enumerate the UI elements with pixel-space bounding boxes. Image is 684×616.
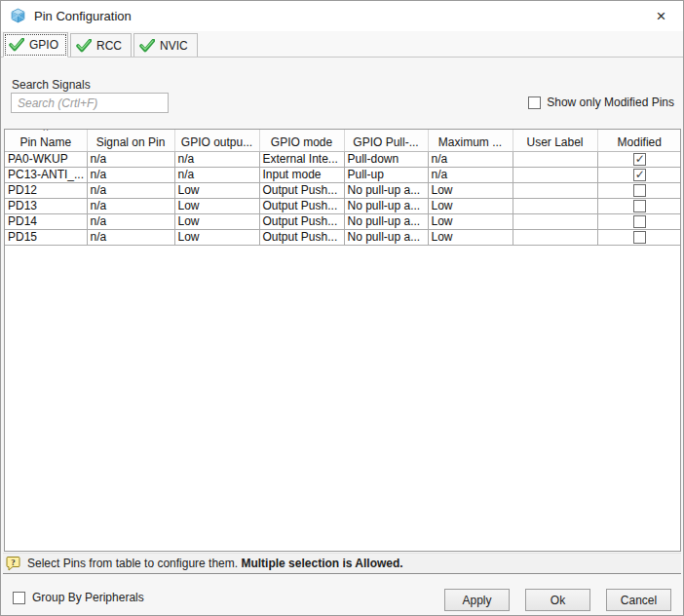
cell[interactable]: Low bbox=[428, 229, 513, 245]
cell[interactable]: No pull-up a... bbox=[344, 182, 428, 198]
cell[interactable]: PD15 bbox=[5, 229, 87, 245]
cell[interactable]: PA0-WKUP bbox=[5, 151, 87, 167]
column-header-user-label[interactable]: User Label bbox=[513, 130, 597, 151]
cell[interactable]: n/a bbox=[87, 213, 174, 229]
cell[interactable]: No pull-up a... bbox=[344, 213, 428, 229]
cell[interactable]: Low bbox=[428, 198, 513, 213]
modified-cell[interactable] bbox=[597, 182, 681, 198]
cell[interactable]: No pull-up a... bbox=[344, 198, 428, 213]
cell[interactable]: Output Push... bbox=[259, 229, 344, 245]
tab-gpio[interactable]: GPIO bbox=[3, 32, 68, 58]
cell[interactable] bbox=[513, 213, 597, 229]
cell[interactable]: Pull-up bbox=[344, 167, 428, 182]
sort-ascending-icon: ^ bbox=[5, 130, 87, 136]
cell[interactable]: n/a bbox=[87, 167, 174, 182]
cell[interactable] bbox=[513, 198, 597, 213]
cell[interactable]: PD12 bbox=[5, 182, 87, 198]
cell[interactable]: n/a bbox=[428, 167, 513, 182]
cell[interactable]: n/a bbox=[87, 198, 174, 213]
modified-cell[interactable] bbox=[597, 151, 681, 167]
cell[interactable]: Output Push... bbox=[259, 213, 344, 229]
modified-cell[interactable] bbox=[597, 198, 681, 213]
checkbox-label: Group By Peripherals bbox=[32, 591, 144, 604]
cell[interactable]: n/a bbox=[428, 151, 513, 167]
cell[interactable]: PC13-ANTI_... bbox=[5, 167, 87, 182]
check-icon bbox=[76, 39, 92, 53]
cell[interactable]: n/a bbox=[87, 229, 174, 245]
tab-label: GPIO bbox=[29, 38, 58, 52]
checkbox-box[interactable] bbox=[528, 96, 541, 109]
modified-cell[interactable] bbox=[597, 213, 681, 229]
table-header-row: ^Pin NameSignal on PinGPIO outpu...GPIO … bbox=[5, 130, 681, 151]
cell[interactable] bbox=[513, 151, 597, 167]
status-message: Select Pins from table to configure them… bbox=[27, 557, 403, 570]
help-bubble-icon: ? bbox=[6, 556, 21, 571]
column-header-modified[interactable]: Modified bbox=[597, 130, 681, 151]
cell[interactable]: Low bbox=[174, 213, 259, 229]
group-by-peripherals-checkbox[interactable]: Group By Peripherals bbox=[13, 591, 144, 604]
svg-text:?: ? bbox=[11, 558, 16, 567]
app-cube-icon bbox=[10, 8, 26, 24]
search-signals-label: Search Signals bbox=[12, 78, 91, 92]
cell[interactable]: Output Push... bbox=[259, 198, 344, 213]
column-header-maximum[interactable]: Maximum ... bbox=[428, 130, 513, 151]
modified-checkbox[interactable] bbox=[633, 169, 646, 181]
modified-checkbox[interactable] bbox=[633, 153, 646, 166]
tab-label: RCC bbox=[96, 39, 122, 53]
column-header-gpio-mode[interactable]: GPIO mode bbox=[259, 130, 344, 151]
modified-cell[interactable] bbox=[597, 229, 681, 245]
cell[interactable]: External Inte... bbox=[259, 151, 344, 167]
check-icon bbox=[139, 39, 155, 53]
pin-table: ^Pin NameSignal on PinGPIO outpu...GPIO … bbox=[4, 129, 681, 552]
table-row[interactable]: PD15n/aLowOutput Push...No pull-up a...L… bbox=[5, 229, 681, 245]
tab-rcc[interactable]: RCC bbox=[70, 33, 132, 57]
check-icon bbox=[9, 38, 24, 52]
cell[interactable] bbox=[513, 229, 597, 245]
checkbox-box[interactable] bbox=[13, 592, 25, 604]
close-icon[interactable]: × bbox=[639, 1, 683, 31]
apply-button[interactable]: Apply bbox=[444, 589, 510, 611]
table-row[interactable]: PA0-WKUPn/an/aExternal Inte...Pull-downn… bbox=[5, 151, 681, 167]
table-row[interactable]: PC13-ANTI_...n/an/aInput modePull-upn/a bbox=[5, 167, 681, 182]
cell[interactable]: Low bbox=[174, 182, 259, 198]
window-title: Pin Configuration bbox=[34, 9, 132, 23]
cell[interactable]: Output Push... bbox=[259, 182, 344, 198]
column-header-gpio-pull[interactable]: GPIO Pull-... bbox=[344, 130, 428, 151]
search-input[interactable] bbox=[11, 93, 169, 113]
table-row[interactable]: PD12n/aLowOutput Push...No pull-up a...L… bbox=[5, 182, 681, 198]
status-bar: ? Select Pins from table to configure th… bbox=[3, 553, 681, 574]
modified-checkbox[interactable] bbox=[633, 231, 646, 244]
table-row[interactable]: PD13n/aLowOutput Push...No pull-up a...L… bbox=[5, 198, 681, 213]
cell[interactable] bbox=[513, 182, 597, 198]
tab-nvic[interactable]: NVIC bbox=[133, 33, 198, 57]
modified-cell[interactable] bbox=[597, 167, 681, 182]
cell[interactable]: Pull-down bbox=[344, 151, 428, 167]
cell[interactable]: n/a bbox=[174, 167, 259, 182]
column-header-pin-name[interactable]: ^Pin Name bbox=[5, 130, 87, 151]
cell[interactable]: n/a bbox=[87, 151, 174, 167]
cell[interactable]: Input mode bbox=[259, 167, 344, 182]
column-header-gpio-outpu[interactable]: GPIO outpu... bbox=[174, 130, 259, 151]
cell[interactable]: n/a bbox=[174, 151, 259, 167]
show-only-modified-checkbox[interactable]: Show only Modified Pins bbox=[528, 96, 674, 109]
ok-button[interactable]: Ok bbox=[525, 589, 590, 611]
cell[interactable]: PD14 bbox=[5, 213, 87, 229]
modified-checkbox[interactable] bbox=[633, 200, 646, 212]
column-header-signal-on-pin[interactable]: Signal on Pin bbox=[87, 130, 174, 151]
tab-strip: GPIO RCC NVIC bbox=[1, 31, 683, 58]
modified-checkbox[interactable] bbox=[633, 215, 646, 228]
cell[interactable]: Low bbox=[174, 229, 259, 245]
table-row[interactable]: PD14n/aLowOutput Push...No pull-up a...L… bbox=[5, 213, 681, 229]
cell[interactable]: Low bbox=[428, 213, 513, 229]
modified-checkbox[interactable] bbox=[633, 184, 646, 197]
title-bar: Pin Configuration × bbox=[1, 1, 683, 31]
pin-configuration-dialog: Pin Configuration × GPIO RCC NVIC bbox=[0, 0, 684, 616]
cell[interactable]: No pull-up a... bbox=[344, 229, 428, 245]
tab-label: NVIC bbox=[160, 39, 188, 53]
cell[interactable]: Low bbox=[428, 182, 513, 198]
cell[interactable] bbox=[513, 167, 597, 182]
cell[interactable]: n/a bbox=[87, 182, 174, 198]
cancel-button[interactable]: Cancel bbox=[606, 589, 671, 611]
cell[interactable]: Low bbox=[174, 198, 259, 213]
cell[interactable]: PD13 bbox=[5, 198, 87, 213]
